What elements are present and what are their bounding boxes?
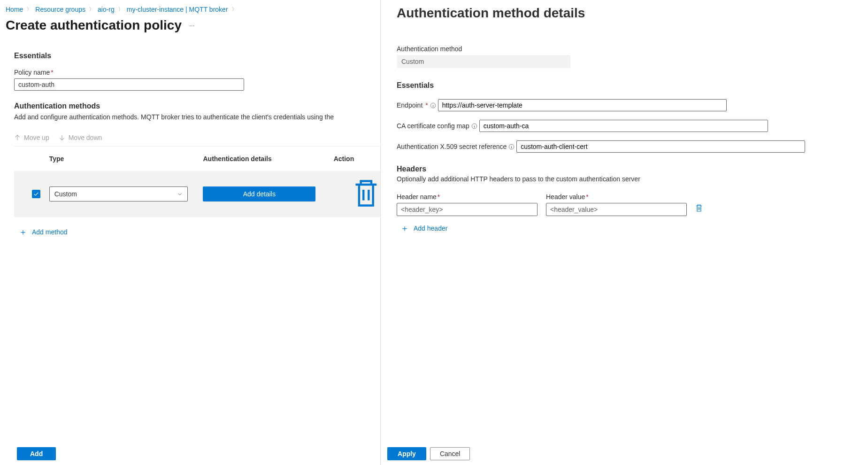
move-up-button[interactable]: Move up — [14, 134, 49, 141]
col-details-header: Authentication details — [203, 155, 333, 163]
more-icon[interactable]: ··· — [189, 22, 195, 29]
checkmark-icon — [33, 191, 39, 197]
trash-icon — [695, 204, 703, 212]
panel-essentials-heading: Essentials — [397, 81, 856, 90]
info-icon[interactable] — [508, 144, 515, 150]
endpoint-input[interactable] — [438, 99, 727, 111]
breadcrumb-home[interactable]: Home — [6, 6, 23, 13]
methods-table: Type Authentication details Action Custo… — [14, 147, 380, 238]
cancel-button[interactable]: Cancel — [430, 447, 470, 460]
add-header-button[interactable]: ＋ Add header — [397, 223, 856, 234]
ca-config-map-input[interactable] — [479, 120, 768, 132]
auth-method-label: Authentication method — [397, 45, 462, 53]
panel-title: Authentication method details — [397, 6, 856, 21]
auth-methods-description: Add and configure authentication methods… — [14, 113, 380, 121]
col-action-header: Action — [334, 155, 380, 163]
page-title: Create authentication policy — [6, 18, 182, 33]
breadcrumb-cluster[interactable]: my-cluster-instance | MQTT broker — [127, 6, 228, 13]
type-select[interactable]: Custom — [49, 186, 188, 202]
breadcrumb: Home 〉 Resource groups 〉 aio-rg 〉 my-clu… — [6, 6, 380, 13]
essentials-heading: Essentials — [14, 52, 380, 60]
chevron-down-icon — [177, 191, 183, 197]
chevron-right-icon: 〉 — [26, 6, 32, 13]
ca-config-map-label: CA certificate config map — [397, 122, 477, 130]
table-row: Custom Add details — [14, 171, 380, 217]
policy-name-input[interactable] — [14, 78, 244, 91]
endpoint-label: Endpoint* — [397, 101, 436, 109]
info-icon[interactable] — [430, 102, 436, 108]
header-value-input[interactable] — [546, 203, 687, 216]
apply-button[interactable]: Apply — [387, 447, 426, 460]
trash-icon — [352, 178, 380, 209]
breadcrumb-aio-rg[interactable]: aio-rg — [98, 6, 115, 13]
policy-name-label: Policy name* — [14, 69, 54, 76]
breadcrumb-resource-groups[interactable]: Resource groups — [35, 6, 85, 13]
chevron-right-icon: 〉 — [88, 6, 95, 13]
arrow-up-icon — [14, 134, 21, 141]
secret-ref-label: Authentication X.509 secret reference — [397, 143, 515, 150]
add-button[interactable]: Add — [17, 447, 56, 460]
header-value-label: Header value* — [546, 193, 687, 201]
col-type-header: Type — [49, 155, 203, 163]
plus-icon: ＋ — [19, 226, 27, 238]
delete-header-button[interactable] — [695, 204, 703, 216]
headers-heading: Headers — [397, 165, 856, 173]
details-side-panel: Authentication method details Authentica… — [380, 0, 868, 465]
type-select-value: Custom — [54, 190, 77, 198]
plus-icon: ＋ — [400, 223, 409, 234]
table-header: Type Authentication details Action — [14, 147, 380, 171]
header-row: Header name* Header value* — [397, 193, 856, 216]
arrow-down-icon — [59, 134, 65, 141]
header-name-label: Header name* — [397, 193, 538, 201]
row-checkbox[interactable] — [32, 190, 40, 198]
move-down-button[interactable]: Move down — [59, 134, 102, 141]
add-method-button[interactable]: ＋ Add method — [14, 217, 380, 238]
add-details-button[interactable]: Add details — [203, 186, 315, 202]
delete-row-button[interactable] — [352, 203, 380, 210]
info-icon[interactable] — [471, 123, 477, 129]
chevron-right-icon: 〉 — [231, 6, 238, 13]
header-name-input[interactable] — [397, 203, 538, 216]
auth-methods-heading: Authentication methods — [14, 102, 380, 110]
secret-ref-input[interactable] — [516, 140, 805, 153]
headers-description: Optionally add additional HTTP headers t… — [397, 175, 856, 183]
chevron-right-icon: 〉 — [117, 6, 124, 13]
auth-method-value: Custom — [397, 55, 570, 68]
